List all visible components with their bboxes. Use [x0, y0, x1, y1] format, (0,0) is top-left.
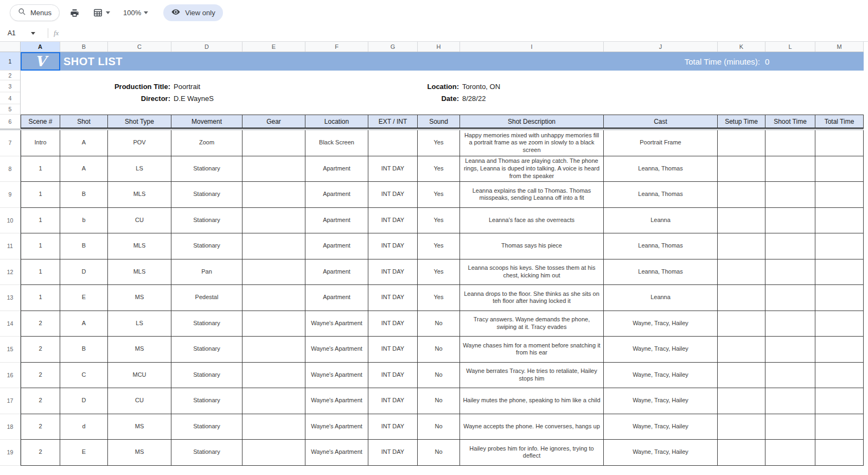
row-header-10[interactable]: 10	[0, 208, 20, 234]
cell-K16[interactable]	[718, 363, 765, 389]
column-header-A[interactable]: A	[21, 42, 60, 52]
cell-H14[interactable]: No	[418, 311, 460, 337]
cell-E12[interactable]	[242, 259, 305, 286]
cell-F7[interactable]: Black Screen	[305, 130, 368, 156]
cell-G12[interactable]: INT DAY	[368, 259, 418, 286]
cell-M8[interactable]	[815, 156, 864, 182]
title-banner-row[interactable]: V SHOT LIST Total Time (minutes): 0	[21, 52, 864, 71]
cell-I13[interactable]: Leanna drops to the floor. She thinks as…	[460, 285, 604, 311]
cell-B14[interactable]: A	[60, 311, 108, 337]
zoom-select[interactable]: 100%	[120, 4, 151, 21]
cell-D18[interactable]: Stationary	[171, 414, 242, 440]
cell-B10[interactable]: b	[60, 208, 108, 234]
cell-C12[interactable]: MLS	[108, 259, 171, 286]
cell-G18[interactable]: INT DAY	[368, 414, 418, 440]
column-header-H[interactable]: H	[418, 42, 460, 52]
cell-F18[interactable]: Wayne's Apartment	[305, 414, 368, 440]
cell-I16[interactable]: Wayne berrates Tracy. He tries to retali…	[460, 363, 604, 389]
cell-L17[interactable]	[765, 388, 815, 414]
row-header-12[interactable]: 12	[0, 259, 20, 286]
cell-G7[interactable]	[368, 130, 418, 156]
cell-A10[interactable]: 1	[21, 208, 60, 234]
cell-C8[interactable]: LS	[108, 156, 171, 182]
row-header-1[interactable]: 1	[0, 52, 20, 71]
menus-button[interactable]: Menus	[10, 4, 60, 21]
cell-J16[interactable]: Wayne, Tracy, Hailey	[604, 363, 718, 389]
cell-K8[interactable]	[718, 156, 765, 182]
table-header-ext-int[interactable]: EXT / INT	[368, 115, 418, 129]
cell-A8[interactable]: 1	[21, 156, 60, 182]
row-header-11[interactable]: 11	[0, 233, 20, 259]
cell-D7[interactable]: Zoom	[171, 130, 242, 156]
row-header-14[interactable]: 14	[0, 311, 20, 337]
cell-L13[interactable]	[765, 285, 815, 311]
cell-E18[interactable]	[242, 414, 305, 440]
cell-J8[interactable]: Leanna, Thomas	[604, 156, 718, 182]
row-header-18[interactable]: 18	[0, 414, 20, 440]
cell-I11[interactable]: Thomas says his piece	[460, 233, 604, 259]
table-header-location[interactable]: Location	[305, 115, 368, 129]
cell-H7[interactable]: Yes	[418, 130, 460, 156]
row-header-17[interactable]: 17	[0, 388, 20, 414]
cell-K15[interactable]	[718, 337, 765, 363]
column-header-K[interactable]: K	[718, 42, 765, 52]
cell-J18[interactable]: Wayne, Tracy, Hailey	[604, 414, 718, 440]
cell-L8[interactable]	[765, 156, 815, 182]
column-header-E[interactable]: E	[242, 42, 305, 52]
table-header-shot-type[interactable]: Shot Type	[108, 115, 171, 129]
cell-B16[interactable]: C	[60, 363, 108, 389]
column-header-G[interactable]: G	[368, 42, 418, 52]
cell-I19[interactable]: Hailey probes him for info. He ignores, …	[460, 440, 604, 466]
cell-C7[interactable]: POV	[108, 130, 171, 156]
table-views-button[interactable]	[90, 4, 113, 21]
table-header-shot[interactable]: Shot	[60, 115, 108, 129]
cell-A18[interactable]: 2	[21, 414, 60, 440]
column-header-C[interactable]: C	[108, 42, 171, 52]
blank-row[interactable]	[21, 71, 864, 80]
table-header-gear[interactable]: Gear	[242, 115, 305, 129]
column-header-B[interactable]: B	[60, 42, 108, 52]
cell-C10[interactable]: CU	[108, 208, 171, 234]
cell-B9[interactable]: B	[60, 182, 108, 208]
cell-F15[interactable]: Wayne's Apartment	[305, 337, 368, 363]
cell-K17[interactable]	[718, 388, 765, 414]
cell-K10[interactable]	[718, 208, 765, 234]
table-header-shot-description[interactable]: Shot Description	[460, 115, 604, 129]
cell-I8[interactable]: Leanna and Thomas are playing catch. The…	[460, 156, 604, 182]
row-header-5[interactable]: 5	[0, 104, 20, 115]
table-header-cast[interactable]: Cast	[604, 115, 718, 129]
cell-D12[interactable]: Pan	[171, 259, 242, 286]
formula-input[interactable]	[64, 25, 868, 41]
column-header-D[interactable]: D	[171, 42, 242, 52]
cell-B15[interactable]: B	[60, 337, 108, 363]
cell-K9[interactable]	[718, 182, 765, 208]
cell-E19[interactable]	[242, 440, 305, 466]
cell-G17[interactable]: INT DAY	[368, 388, 418, 414]
table-header-total-time[interactable]: Total Time	[815, 115, 864, 129]
cell-C18[interactable]: MS	[108, 414, 171, 440]
view-only-badge[interactable]: View only	[163, 4, 222, 21]
cell-E9[interactable]	[242, 182, 305, 208]
cell-J14[interactable]: Wayne, Tracy, Hailey	[604, 311, 718, 337]
cell-L7[interactable]	[765, 130, 815, 156]
cell-J15[interactable]: Wayne, Tracy, Hailey	[604, 337, 718, 363]
cell-K14[interactable]	[718, 311, 765, 337]
cell-H12[interactable]: Yes	[418, 259, 460, 286]
cell-F17[interactable]: Wayne's Apartment	[305, 388, 368, 414]
cell-J17[interactable]: Wayne, Tracy, Hailey	[604, 388, 718, 414]
cell-B11[interactable]: B	[60, 233, 108, 259]
info-row-1[interactable]: Production Title: Poortrait Location: To…	[21, 80, 864, 92]
cell-B19[interactable]: E	[60, 440, 108, 466]
cell-L15[interactable]	[765, 337, 815, 363]
cell-G16[interactable]: INT DAY	[368, 363, 418, 389]
cell-D13[interactable]: Pedestal	[171, 285, 242, 311]
cell-C16[interactable]: MCU	[108, 363, 171, 389]
cell-M12[interactable]	[815, 259, 864, 286]
cell-B8[interactable]: A	[60, 156, 108, 182]
cell-K7[interactable]	[718, 130, 765, 156]
row-header-2[interactable]: 2	[0, 71, 20, 80]
cell-M16[interactable]	[815, 363, 864, 389]
cell-E15[interactable]	[242, 337, 305, 363]
cell-G11[interactable]: INT DAY	[368, 233, 418, 259]
cell-H9[interactable]: Yes	[418, 182, 460, 208]
